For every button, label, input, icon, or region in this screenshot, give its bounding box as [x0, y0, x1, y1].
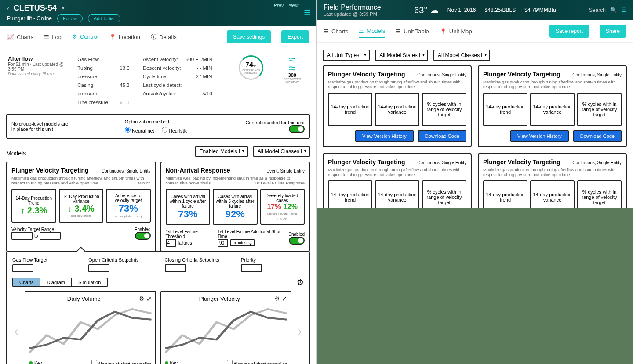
- range-max-input[interactable]: [40, 232, 61, 240]
- afterflow-subtitle: For 51 min · Last updated @ 3:59 PM: [8, 62, 64, 72]
- fp-metric-cycles: % cycles with in range of velocity targe…: [422, 93, 466, 126]
- chart1-expand-icon[interactable]: ⤢: [146, 295, 152, 302]
- chart1-gear-icon[interactable]: ⚙: [139, 295, 145, 302]
- prev-link[interactable]: Prev: [274, 3, 284, 8]
- fp-metric-cycles: % cycles with in range of velocity targe…: [577, 180, 622, 208]
- field-subtitle: Last updated @ 3:59 PM: [324, 11, 381, 17]
- charttab-diagram[interactable]: Diagram: [40, 278, 72, 286]
- metric-loaded: Severely loaded cases 17% 12% before mod…: [260, 189, 305, 225]
- chart-daily-volume: Daily Volume ⚙ ⤢ Key Alert me of chart a…: [25, 291, 156, 364]
- tab-fp-charts[interactable]: ☰Charts: [324, 25, 348, 37]
- prev-next-nav: Prev Next: [270, 3, 298, 8]
- tab-fp-unit-map[interactable]: 📍Unit Map: [440, 25, 472, 37]
- control-enabled-toggle[interactable]: [289, 125, 305, 133]
- chart1-alert-checkbox[interactable]: Alert me of chart anomalies: [91, 360, 152, 364]
- date: Nov 1, 2016: [447, 7, 476, 13]
- chart2-alert-checkbox[interactable]: Alert me of chart anomalies: [227, 360, 287, 364]
- price-mmbtu: $4.79/MMBtu: [524, 7, 556, 13]
- field-title: Field Performance: [324, 4, 381, 11]
- fp-metric-cycles: % cycles with in range of velocity targe…: [422, 180, 466, 208]
- search-icon[interactable]: 🔍: [610, 7, 617, 13]
- save-settings-button[interactable]: Save settings: [227, 30, 271, 43]
- chart-icon: 📈: [7, 34, 14, 40]
- tab-fp-models[interactable]: ☰Models: [359, 25, 385, 38]
- fp-model-card: Plunger Velocity TargetingContinuous, Si…: [323, 65, 472, 147]
- charts-gear-icon[interactable]: ⚙: [297, 278, 304, 287]
- download-code-button[interactable]: Download Code: [418, 130, 466, 142]
- radio-heuristic[interactable]: Heuristic: [162, 128, 188, 133]
- field-header: Field Performance Last updated @ 3:59 PM…: [316, 0, 633, 20]
- unit-dropdown-icon[interactable]: ▼: [61, 6, 65, 11]
- back-chevron-icon[interactable]: ‹: [7, 5, 9, 12]
- view-history-button[interactable]: View Version History: [510, 130, 569, 142]
- shut-unit-select[interactable]: minutes: [230, 239, 255, 246]
- metric-prod-trend: 14-Day Production Trend 2.3%: [11, 189, 56, 223]
- settings-icon[interactable]: ☰: [621, 7, 626, 13]
- model-b-toggle[interactable]: [289, 237, 305, 245]
- field-performance-panel: Field Performance Last updated @ 3:59 PM…: [316, 0, 633, 364]
- fp-metric-trend: 14-day production trend: [483, 93, 528, 126]
- predicted-label: PREDICTED MCF/DAY: [276, 78, 308, 84]
- setpoints-panel: Gas Flow Target Open Criteria Setpoints …: [6, 251, 310, 364]
- settings-toggle-icon[interactable]: ☰: [304, 8, 311, 18]
- close-criteria-input[interactable]: [165, 264, 186, 272]
- tab-location[interactable]: 📍Location: [109, 31, 140, 43]
- tab-log[interactable]: ☰Log: [44, 31, 62, 43]
- save-report-button[interactable]: Save report: [549, 25, 589, 38]
- no-group-text: No group-level models are in place for t…: [11, 121, 73, 132]
- range-min-input[interactable]: [11, 232, 33, 240]
- price-bbls: $48.25/BBLS: [485, 7, 516, 13]
- view-history-button[interactable]: View Version History: [355, 130, 414, 142]
- fp-metric-trend: 14-day production trend: [328, 180, 372, 208]
- filter-model-classes[interactable]: All Model Classes: [433, 50, 490, 61]
- field-content: All Unit Types All Model States All Mode…: [316, 43, 633, 208]
- charttab-sim[interactable]: Simulation: [72, 278, 107, 286]
- unit-detail-panel: ‹ CLETUS-54 ▼ Prev Next ☰ Plunger lift -…: [0, 0, 316, 364]
- background-fill: [316, 208, 633, 364]
- tab-fp-unit-table[interactable]: ☰Unit Table: [396, 25, 429, 37]
- gas-target-input[interactable]: [12, 264, 33, 272]
- chart-tabbar: Charts Diagram Simulation: [12, 278, 108, 287]
- shut-time-input[interactable]: [218, 239, 228, 247]
- models-filter-class[interactable]: All Model Classes: [253, 146, 310, 157]
- chart2-gear-icon[interactable]: ⚙: [274, 295, 280, 302]
- filter-unit-types[interactable]: All Unit Types: [323, 50, 370, 61]
- charttab-charts[interactable]: Charts: [13, 278, 40, 286]
- waves-icon: ≈≈: [276, 55, 308, 72]
- stats-row: Afterflow For 51 min · Last updated @ 3:…: [6, 53, 310, 114]
- opt-method-label: Optimization method:: [125, 119, 194, 124]
- tab-charts[interactable]: 📈Charts: [7, 31, 33, 43]
- fp-metric-variance: 14-day production variance: [530, 93, 575, 126]
- follow-button[interactable]: Follow: [57, 14, 83, 22]
- chart-prev-icon[interactable]: ‹: [12, 324, 20, 339]
- fp-metric-trend: 14-day production trend: [328, 93, 372, 126]
- download-code-button[interactable]: Download Code: [573, 130, 622, 142]
- model-a-toggle[interactable]: [135, 232, 151, 240]
- tab-details[interactable]: ⓘDetails: [151, 30, 177, 43]
- search-label[interactable]: Search: [589, 7, 606, 13]
- threshold-input[interactable]: [166, 239, 176, 247]
- model-grid: Plunger Velocity TargetingContinuous, Si…: [323, 65, 627, 208]
- control-settings-bar: No group-level models are in place for t…: [6, 114, 310, 139]
- open-criteria-input[interactable]: [88, 264, 109, 272]
- chart2-expand-icon[interactable]: ⤢: [282, 295, 287, 302]
- next-link[interactable]: Next: [288, 3, 298, 8]
- chart-next-icon[interactable]: ›: [296, 324, 304, 339]
- share-button[interactable]: Share: [600, 25, 626, 38]
- model-card-velocity: Plunger Velocity Targeting Continuous, S…: [6, 162, 156, 252]
- close-criteria-label: Closing Criteria Setpoints: [165, 257, 228, 263]
- models-filter-enabled[interactable]: Enabled Models: [195, 146, 248, 157]
- predicted-value: 300: [276, 72, 308, 78]
- fp-metric-variance: 14-day production variance: [530, 180, 575, 208]
- gas-target-label: Gas Flow Target: [12, 257, 75, 263]
- priority-input[interactable]: [241, 264, 262, 272]
- filter-model-states[interactable]: All Model States: [375, 50, 428, 61]
- fp-model-card: Plunger Velocity TargetingContinuous, Si…: [478, 65, 627, 147]
- fp-metric-variance: 14-day production variance: [375, 180, 419, 208]
- models-title: Models: [6, 150, 26, 157]
- tab-control[interactable]: ⚙Control: [72, 31, 98, 43]
- export-button[interactable]: Export: [281, 30, 309, 43]
- radio-neural[interactable]: Neural net: [125, 128, 154, 133]
- add-to-list-button[interactable]: Add to list: [88, 14, 120, 22]
- chart-plunger-velocity: Plunger Velocity ⚙ ⤢ Key Alert me of cha…: [160, 291, 292, 364]
